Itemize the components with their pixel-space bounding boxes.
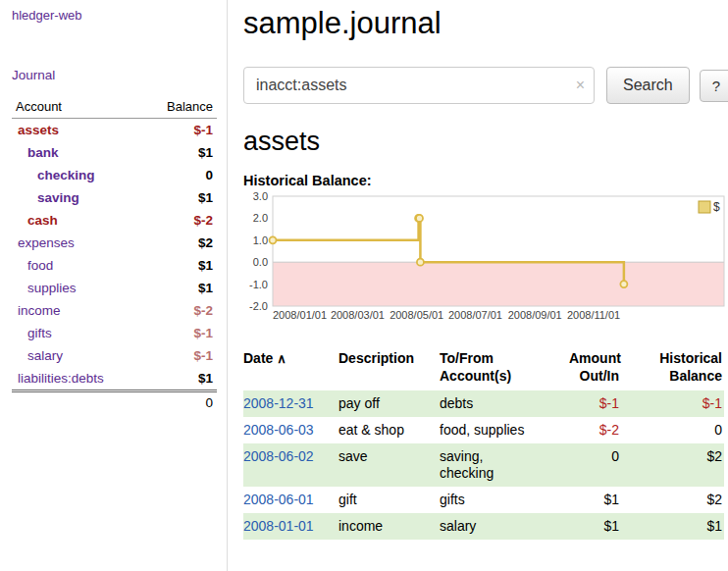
account-balance: $-1 [144, 322, 217, 344]
account-name-cell: salary [12, 344, 144, 367]
x-tick-label: 2008/09/01 [508, 309, 562, 321]
transaction-description: gift [338, 487, 440, 513]
account-link[interactable]: food [14, 258, 53, 273]
account-row: food$1 [12, 254, 217, 277]
accounts-total-value: 0 [144, 391, 217, 414]
tofrom-account-column-header: To/From Account(s) [440, 347, 569, 390]
accounts-table-body: assets$-1bank$1checking0saving$1cash$-2e… [12, 119, 217, 391]
account-row: bank$1 [12, 141, 217, 164]
account-name-cell: saving [12, 186, 144, 209]
journal-link[interactable]: Journal [12, 68, 217, 82]
transaction-balance: $2 [629, 487, 724, 513]
legend-label: $ [713, 200, 720, 214]
account-balance: $-2 [144, 299, 217, 322]
transaction-amount: $-2 [569, 417, 629, 443]
transaction-amount: 0 [569, 443, 629, 487]
account-row: salary$-1 [12, 344, 217, 367]
account-row: liabilities:debts$1 [12, 367, 217, 391]
date-cell: 2008-12-31 [243, 390, 338, 417]
transaction-date-link[interactable]: 2008-01-01 [243, 518, 314, 534]
account-link[interactable]: cash [14, 213, 58, 228]
account-row: cash$-2 [12, 209, 217, 232]
transaction-description: pay off [338, 390, 440, 417]
data-point-marker [417, 259, 424, 266]
clear-search-icon[interactable]: × [576, 76, 585, 95]
y-tick-label: 3.0 [253, 192, 268, 202]
account-link[interactable]: salary [14, 348, 63, 363]
account-link[interactable]: supplies [14, 281, 77, 295]
y-tick-label: -2.0 [249, 300, 268, 312]
transaction-amount: $-1 [569, 390, 629, 417]
data-point-marker [620, 281, 627, 287]
transaction-accounts: gifts [440, 487, 569, 513]
historical-balance-column-header: Historical Balance [629, 347, 724, 390]
account-name-cell: liabilities:debts [12, 367, 144, 391]
account-link[interactable]: checking [14, 168, 95, 182]
search-button[interactable]: Search [606, 67, 690, 104]
main-content: sample.journal × Search ? assets Histori… [228, 0, 728, 571]
transaction-accounts: saving, checking [440, 443, 569, 487]
transaction-date-link[interactable]: 2008-06-03 [243, 422, 314, 438]
account-name-cell: food [12, 254, 144, 277]
x-tick-label: 2008/11/01 [567, 309, 620, 321]
transaction-description: income [338, 513, 440, 540]
accounts-table: Account Balance assets$-1bank$1checking0… [12, 96, 217, 413]
account-name-cell: supplies [12, 277, 144, 299]
x-tick-label: 2008/03/01 [331, 309, 385, 321]
date-cell: 2008-06-03 [243, 417, 338, 443]
legend-swatch [699, 201, 710, 213]
transaction-date-link[interactable]: 2008-12-31 [243, 395, 314, 411]
account-link[interactable]: expenses [14, 235, 75, 250]
account-link[interactable]: assets [14, 123, 59, 137]
search-input[interactable] [243, 67, 595, 104]
account-link[interactable]: gifts [14, 326, 52, 340]
account-link[interactable]: saving [14, 190, 79, 205]
account-name-cell: checking [12, 164, 144, 186]
account-balance: $-1 [144, 119, 217, 142]
account-balance: $1 [144, 254, 217, 277]
negative-region [273, 262, 724, 306]
register-row: 2008-12-31pay offdebts$-1$-1 [243, 390, 724, 417]
search-box: × [243, 67, 595, 104]
account-name-cell: expenses [12, 232, 144, 254]
register-table-body: 2008-12-31pay offdebts$-1$-12008-06-03ea… [243, 390, 724, 540]
chart-title: Historical Balance: [243, 173, 728, 188]
account-name-cell: gifts [12, 322, 144, 344]
account-name-cell: income [12, 299, 144, 322]
data-point-marker [416, 215, 423, 222]
account-link[interactable]: bank [14, 145, 59, 160]
transaction-accounts: debts [440, 390, 569, 417]
x-tick-label: 2008/05/01 [390, 309, 443, 321]
account-name-cell: bank [12, 141, 144, 164]
account-name-cell: cash [12, 209, 144, 232]
account-row: assets$-1 [12, 119, 217, 142]
account-row: supplies$1 [12, 277, 217, 299]
balance-chart: 3.02.01.00.0-1.0-2.02008/01/012008/03/01… [243, 192, 728, 334]
y-tick-label: 1.0 [253, 234, 268, 246]
transaction-accounts: salary [440, 513, 569, 540]
app-title-link[interactable]: hledger-web [12, 8, 217, 23]
account-balance: $2 [144, 232, 217, 254]
x-tick-label: 2008/07/01 [448, 309, 502, 321]
account-row: gifts$-1 [12, 322, 217, 344]
transaction-amount: $1 [569, 487, 629, 513]
transaction-date-link[interactable]: 2008-06-02 [243, 448, 314, 464]
app-window: hledger-web Journal Account Balance asse… [0, 0, 728, 571]
account-balance: $-1 [144, 344, 217, 367]
transaction-balance: $-1 [629, 390, 724, 417]
transaction-balance: 0 [629, 417, 724, 443]
account-link[interactable]: income [14, 303, 61, 318]
account-row: checking0 [12, 164, 217, 186]
register-row: 2008-06-03eat & shopfood, supplies$-20 [243, 417, 724, 443]
account-link[interactable]: liabilities:debts [14, 371, 104, 386]
date-column-header[interactable]: Date ∧ [243, 347, 338, 390]
account-balance: 0 [144, 164, 217, 186]
help-button[interactable]: ? [700, 70, 728, 102]
search-bar: × Search ? [243, 67, 728, 104]
account-heading: assets [243, 126, 728, 157]
account-column-header: Account [12, 96, 144, 119]
transaction-date-link[interactable]: 2008-06-01 [243, 492, 314, 507]
date-cell: 2008-01-01 [243, 513, 338, 540]
y-tick-label: 0.0 [253, 256, 268, 268]
x-tick-label: 2008/01/01 [273, 309, 327, 321]
